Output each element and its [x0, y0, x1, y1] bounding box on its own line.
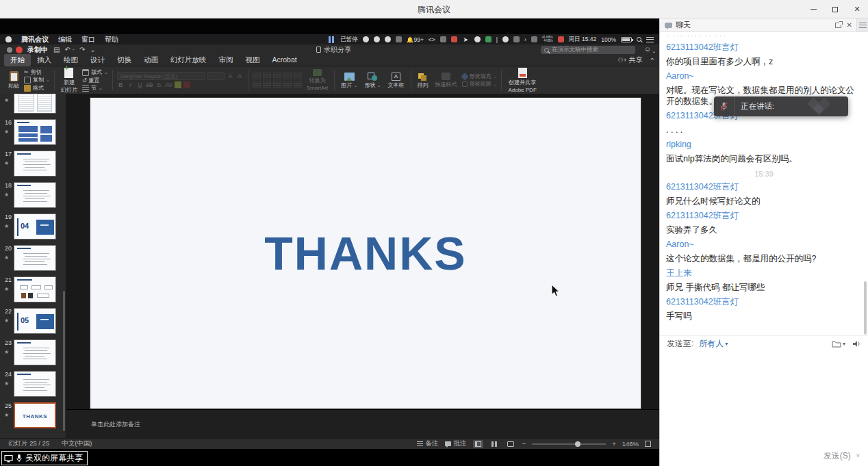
chat-sender-name[interactable]: 6213113042班言灯: [666, 211, 862, 221]
normal-view-button[interactable]: [473, 440, 483, 448]
chat-sender-name[interactable]: Aaron~: [666, 71, 862, 81]
send-options-caret-icon[interactable]: ˅: [856, 452, 860, 459]
switch-icon[interactable]: [513, 36, 520, 42]
collapse-ribbon-icon[interactable]: ⌃: [650, 57, 655, 64]
thumbnail-scrollbar[interactable]: [63, 291, 65, 431]
compass-icon[interactable]: [374, 36, 380, 42]
meeting-icon[interactable]: [502, 36, 509, 42]
ppt-tab-审阅[interactable]: 审阅: [213, 54, 240, 66]
zoom-in-button[interactable]: +: [612, 440, 616, 448]
format-painter-button[interactable]: 格式: [24, 85, 50, 92]
undo-icon[interactable]: ↶ ·: [64, 46, 75, 53]
feedback-smiley-icon[interactable]: ☺ ˬ: [644, 45, 655, 53]
code-brackets-icon[interactable]: <>: [429, 36, 435, 43]
arrange-button[interactable]: 排列: [416, 73, 431, 88]
spotlight-icon[interactable]: [637, 37, 641, 42]
send-target-selector[interactable]: 所有人: [699, 338, 724, 350]
send-button[interactable]: 发送(S): [824, 450, 851, 462]
columns-button[interactable]: [294, 81, 302, 88]
bold-button[interactable]: B: [117, 82, 125, 88]
quick-access-caret-icon[interactable]: ⌄: [90, 46, 95, 53]
traffic-light-close[interactable]: [7, 47, 12, 53]
slide-thumbnail-18[interactable]: [14, 182, 56, 208]
slide-thumbnail-17[interactable]: [14, 151, 56, 177]
cut-button[interactable]: ✂ 剪切: [24, 69, 50, 75]
mac-menu-item[interactable]: 编辑: [58, 35, 72, 44]
underline-button[interactable]: U: [136, 82, 144, 88]
slide-title-text[interactable]: THANKS: [264, 226, 466, 280]
chat-sender-name[interactable]: 6213113042班言灯: [666, 42, 862, 53]
shrink-font-button[interactable]: A: [236, 73, 244, 79]
smartart-button[interactable]: 转换为SmartArt: [305, 69, 331, 91]
slide-thumbnail-19[interactable]: 04: [14, 213, 56, 240]
chat-scrollbar[interactable]: [864, 281, 867, 335]
calendar-icon[interactable]: [558, 36, 564, 42]
comments-toggle[interactable]: 批注: [445, 439, 467, 448]
spacing-button[interactable]: AV: [165, 82, 173, 88]
dollar-icon[interactable]: [485, 36, 492, 42]
shadow-button[interactable]: S: [155, 82, 163, 88]
bullets-button[interactable]: [253, 73, 261, 79]
line-spacing-button[interactable]: [294, 73, 302, 79]
slide-thumbnail-24[interactable]: [14, 371, 56, 397]
slide-thumbnail-21[interactable]: [14, 276, 56, 302]
align-center-button[interactable]: [263, 81, 271, 88]
save-icon[interactable]: ▤: [53, 46, 60, 53]
chat-input[interactable]: [660, 351, 868, 445]
slide-sorter-button[interactable]: [489, 440, 500, 448]
presentation-search-input[interactable]: 在演示文稿中搜索: [541, 46, 635, 54]
chat-sender-name[interactable]: ripking: [666, 140, 862, 150]
reset-button[interactable]: ↺ 重置: [82, 77, 108, 83]
slideshow-button[interactable]: [506, 440, 516, 448]
chevron-right-icon[interactable]: ›: [524, 36, 526, 43]
align-left-button[interactable]: [253, 81, 261, 88]
speaker-icon[interactable]: [852, 340, 861, 348]
redo-icon[interactable]: ↷: [79, 46, 85, 53]
italic-button[interactable]: I: [127, 82, 134, 88]
highlight-color-icon[interactable]: [175, 81, 181, 88]
network-speed[interactable]: 41 KB/s4 KB/s: [542, 36, 553, 42]
panel-menu-strip[interactable]: [856, 18, 868, 31]
app-switcher-icon[interactable]: [329, 36, 335, 43]
chat-sender-name[interactable]: 6213113042班言灯: [666, 297, 862, 307]
justify-button[interactable]: [283, 81, 292, 88]
bell-badge[interactable]: 🔔99+: [407, 36, 424, 43]
zoom-level[interactable]: 146%: [622, 440, 639, 448]
numbering-button[interactable]: [263, 73, 271, 79]
font-size-box[interactable]: [207, 72, 225, 80]
notes-toggle[interactable]: 备注: [417, 439, 439, 448]
control-center-icon[interactable]: [646, 37, 654, 42]
apple-logo-icon[interactable]: [5, 36, 12, 42]
minimize-button[interactable]: [802, 0, 824, 18]
shape-outline-button[interactable]: 形状轮廓 ⌄: [462, 81, 498, 87]
zoom-slider[interactable]: [532, 443, 606, 445]
chat-sender-name[interactable]: 王上来: [666, 268, 862, 279]
menubar-clock[interactable]: 周日 15:42: [569, 36, 597, 44]
zoom-out-button[interactable]: −: [522, 440, 526, 448]
ppt-tab-幻灯片放映[interactable]: 幻灯片放映: [164, 54, 213, 66]
ppt-tab-视图[interactable]: 视图: [240, 54, 266, 66]
maximize-button[interactable]: [824, 0, 846, 18]
shape-fill-button[interactable]: 形状填充 ⌄: [462, 73, 498, 79]
chat-folder-button[interactable]: ▾: [832, 340, 845, 348]
layout-button[interactable]: 版式 ⌄: [82, 69, 108, 76]
mac-menu-item[interactable]: 腾讯会议: [21, 35, 49, 44]
adobe-pdf-button[interactable]: 创建并共享Adobe PDF: [506, 68, 538, 93]
slide-thumbnail-20[interactable]: [14, 245, 56, 271]
notes-placeholder[interactable]: 单击此处添加备注: [91, 420, 140, 429]
chat-message-list[interactable]: · ··· ···· ·· ···6213113042班言灯你的项目里面有多少人…: [660, 32, 868, 335]
copy-button[interactable]: 复制 ⌄: [24, 77, 50, 83]
slide-thumbnail-16[interactable]: [14, 119, 56, 145]
o-app-icon[interactable]: [474, 36, 481, 42]
ppt-tab-设计[interactable]: 设计: [84, 54, 111, 66]
grow-font-button[interactable]: A: [227, 73, 234, 79]
indent-increase-button[interactable]: [283, 73, 292, 79]
ppt-tab-动画[interactable]: 动画: [138, 54, 164, 66]
ppt-tab-Acrobat[interactable]: Acrobat: [266, 54, 303, 66]
ppt-tab-开始[interactable]: 开始: [4, 54, 31, 66]
send-target-caret-icon[interactable]: ▾: [725, 341, 728, 347]
popout-icon[interactable]: [835, 23, 841, 28]
strikethrough-button[interactable]: ab: [146, 82, 153, 88]
close-button[interactable]: ✕: [846, 0, 868, 18]
fit-slide-icon[interactable]: [645, 441, 651, 447]
